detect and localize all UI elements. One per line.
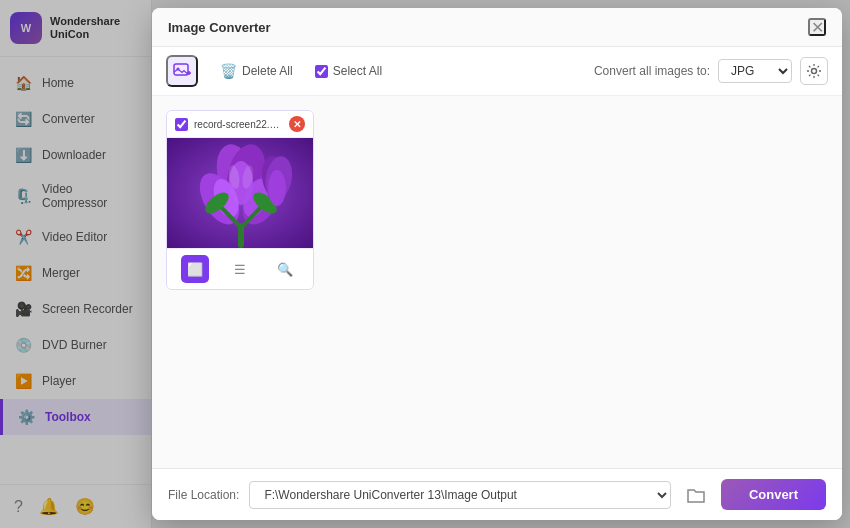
zoom-action-button[interactable]: 🔍 bbox=[271, 255, 299, 283]
image-card-checkbox[interactable] bbox=[175, 118, 188, 131]
browse-folder-button[interactable] bbox=[681, 480, 711, 510]
toolbar-right: Convert all images to: JPG PNG BMP WEBP … bbox=[594, 57, 828, 85]
image-preview bbox=[167, 138, 314, 248]
delete-all-button[interactable]: 🗑️ Delete All bbox=[212, 59, 301, 83]
image-card: record-screen22.JPG ✕ bbox=[166, 110, 314, 290]
convert-all-label: Convert all images to: bbox=[594, 64, 710, 78]
settings-icon bbox=[806, 63, 822, 79]
svg-rect-0 bbox=[174, 64, 188, 75]
modal-footer: File Location: F:\Wondershare UniConvert… bbox=[152, 468, 842, 520]
crop-action-button[interactable]: ⬜ bbox=[181, 255, 209, 283]
select-all-label: Select All bbox=[333, 64, 382, 78]
modal-close-button[interactable]: ✕ bbox=[808, 18, 826, 36]
convert-button[interactable]: Convert bbox=[721, 479, 826, 510]
select-all-checkbox[interactable] bbox=[315, 65, 328, 78]
folder-icon bbox=[686, 486, 706, 504]
svg-rect-17 bbox=[238, 223, 244, 248]
trash-icon: 🗑️ bbox=[220, 63, 237, 79]
format-select[interactable]: JPG PNG BMP WEBP TIFF GIF bbox=[718, 59, 792, 83]
add-image-button[interactable] bbox=[166, 55, 198, 87]
file-location-label: File Location: bbox=[168, 488, 239, 502]
format-settings-button[interactable] bbox=[800, 57, 828, 85]
output-path-select[interactable]: F:\Wondershare UniConverter 13\Image Out… bbox=[249, 481, 671, 509]
modal-toolbar: 🗑️ Delete All Select All Convert all ima… bbox=[152, 47, 842, 96]
modal-header: Image Converter ✕ bbox=[152, 8, 842, 47]
image-remove-button[interactable]: ✕ bbox=[289, 116, 305, 132]
modal-title: Image Converter bbox=[168, 20, 271, 35]
image-card-header: record-screen22.JPG ✕ bbox=[167, 111, 313, 138]
select-all-checkbox-label[interactable]: Select All bbox=[315, 64, 382, 78]
svg-point-20 bbox=[268, 170, 286, 206]
svg-point-4 bbox=[812, 69, 817, 74]
list-action-button[interactable]: ☰ bbox=[226, 255, 254, 283]
add-image-icon bbox=[172, 61, 192, 81]
image-converter-modal: Image Converter ✕ 🗑️ Delete All Select A… bbox=[152, 8, 842, 520]
modal-content: record-screen22.JPG ✕ bbox=[152, 96, 842, 468]
delete-all-label: Delete All bbox=[242, 64, 293, 78]
card-actions: ⬜ ☰ 🔍 bbox=[167, 248, 313, 289]
flower-svg bbox=[167, 138, 314, 248]
image-filename: record-screen22.JPG bbox=[194, 119, 283, 130]
